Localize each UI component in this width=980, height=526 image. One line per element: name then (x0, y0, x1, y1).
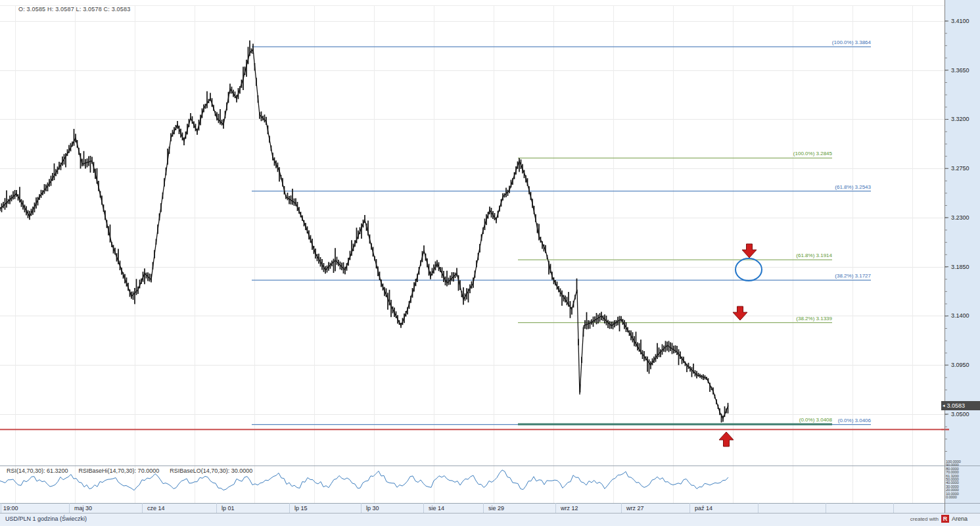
created-with-branding: created with R Arena (910, 515, 968, 523)
x-axis-label: cze 14 (147, 505, 165, 512)
up-arrow-icon[interactable] (719, 432, 734, 446)
x-axis-label: 19:00 (3, 505, 18, 512)
rsi-scale-labels: 100.000090.000080.000070.000061.320050.0… (946, 460, 961, 499)
created-with-label: created with (910, 516, 939, 522)
candlestick-series-spine[interactable] (0, 49, 728, 418)
price-axis-label: 3.3200 (951, 116, 969, 122)
price-axis-label: 3.4100 (951, 18, 969, 24)
rsi-baselo-label: RSIBaseLO(14,70,30): 30.0000 (170, 467, 252, 474)
chart-canvas[interactable] (0, 0, 980, 526)
current-price-value: 3.0583 (947, 402, 966, 409)
price-marker-icon: ◂ (943, 401, 945, 410)
price-axis-label: 3.3650 (951, 67, 969, 74)
x-axis-label: lp 15 (294, 505, 308, 512)
x-axis-label: sie 14 (429, 505, 444, 512)
highlight-ellipse[interactable] (735, 258, 762, 281)
x-axis-label: wrz 27 (626, 505, 644, 512)
price-axis-label: 3.0950 (951, 362, 969, 368)
x-axis-label: lp 30 (366, 505, 379, 512)
x-axis-label: paź 14 (695, 505, 712, 512)
down-arrow-icon[interactable] (733, 306, 747, 320)
x-axis-label: lp 01 (222, 505, 235, 512)
price-axis-label: 3.1850 (951, 264, 969, 270)
fib-blue-label: (100.0%) 3.3864 (785, 39, 871, 45)
fib-green-label: (100.0%) 3.2845 (747, 151, 832, 156)
arena-brand-label: Arena (952, 515, 968, 522)
fib-green-label: (38.2%) 3.1339 (747, 316, 832, 322)
arena-logo-icon: R (941, 515, 949, 523)
current-price-badge: ◂3.0583 (941, 401, 980, 410)
rsi-indicator-header: RSI(14,70,30): 61.3200RSIBaseHi(14,70,30… (7, 467, 263, 474)
x-axis-label: sie 29 (488, 505, 504, 512)
price-axis-label: 3.2750 (951, 165, 969, 172)
rsi-scale-label: 0.0000 (946, 496, 961, 499)
fib-blue-label: (61.8%) 3.2543 (785, 184, 871, 190)
price-axis-label: 3.0500 (951, 411, 969, 418)
x-axis-label: maj 30 (74, 505, 92, 512)
fib-blue-label: (38.2%) 3.1727 (785, 273, 871, 279)
rsi-basehi-label: RSIBaseHi(14,70,30): 70.0000 (79, 467, 160, 474)
fib-green-label: (61.8%) 3.1914 (747, 252, 832, 258)
ohlc-readout: O: 3.0585 H: 3.0587 L: 3.0578 C: 3.0583 (18, 6, 130, 12)
rsi-value-label: RSI(14,70,30): 61.3200 (7, 467, 68, 474)
price-axis-label: 3.2300 (951, 214, 969, 221)
x-axis-label: wrz 12 (561, 505, 578, 512)
fib-green-label: (0.0%) 3.0408 (747, 417, 832, 423)
instrument-label: USD/PLN 1 godzina (Świeczki) (5, 515, 87, 522)
chart-window: O: 3.0585 H: 3.0587 L: 3.0578 C: 3.0583 … (0, 0, 980, 526)
price-axis-label: 3.1400 (951, 312, 969, 319)
